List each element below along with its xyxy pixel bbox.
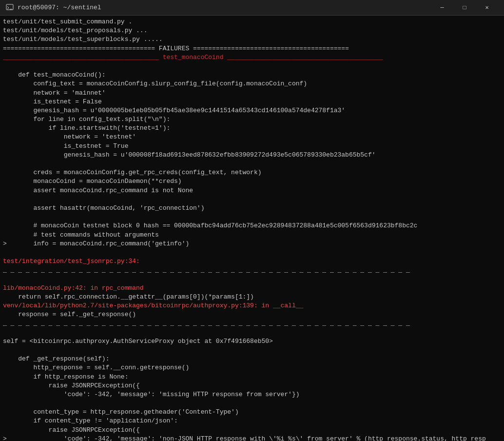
terminal-line: venv/local/lib/python2.7/site-packages/b…	[3, 301, 501, 310]
terminal-line: def _get_response(self):	[3, 355, 501, 363]
terminal-line: test/integration/test_jsonrpc.py:34:	[3, 257, 501, 266]
terminal-line: raise JSONRPCException({	[3, 426, 501, 435]
terminal-line	[3, 62, 501, 71]
terminal-line: raise JSONRPCException({	[3, 381, 501, 390]
terminal-line: if content_type != 'application/json':	[3, 417, 501, 425]
window-controls: ─ □ ✕	[431, 0, 498, 16]
terminal-line	[3, 160, 501, 168]
terminal-line: is_testnet = False	[3, 98, 501, 106]
terminal-line: > info = monacoCoind.rpc_command('getinf…	[3, 240, 501, 248]
terminal-line: for line in config_text.split("\n"):	[3, 115, 501, 124]
maximize-button[interactable]: □	[453, 0, 476, 16]
title-bar: root@50097: ~/sentinel ─ □ ✕	[0, 0, 504, 16]
terminal-line	[3, 213, 501, 221]
terminal-line: assert monacoCoind.rpc_command is not No…	[3, 186, 501, 195]
terminal-line: creds = monacoCoinConfig.get_rpc_creds(c…	[3, 168, 501, 177]
close-button[interactable]: ✕	[476, 0, 498, 16]
terminal-line: genesis_hash = u'000008f18ad6913eed87863…	[3, 151, 501, 160]
terminal-line: ========================================…	[3, 44, 501, 53]
terminal-line: > 'code': -342, 'message': 'non-JSON HTT…	[3, 435, 501, 441]
terminal-line: http_response = self.__conn.getresponse(…	[3, 363, 501, 372]
terminal-output: test/unit/test_submit_command.py .test/u…	[0, 16, 504, 441]
terminal-line: network = 'mainnet'	[3, 89, 501, 98]
terminal-line: self = <bitcoinrpc.authproxy.AuthService…	[3, 337, 501, 346]
terminal-line: if line.startswith('testnet=1'):	[3, 124, 501, 133]
terminal-line	[3, 399, 501, 408]
terminal-line: test/unit/models/test_superblocks.py ...…	[3, 35, 501, 44]
terminal-line: genesis_hash = u'0000005be1eb05b05fb45ae…	[3, 106, 501, 115]
terminal-line: _ _ _ _ _ _ _ _ _ _ _ _ _ _ _ _ _ _ _ _ …	[3, 319, 501, 328]
terminal-line: network = 'testnet'	[3, 133, 501, 141]
terminal-line: assert hasattr(monacoCoind, 'rpc_connect…	[3, 204, 501, 213]
terminal-line	[3, 275, 501, 283]
terminal-line: response = self._get_response()	[3, 310, 501, 319]
terminal-line: is_testnet = True	[3, 142, 501, 151]
terminal-line: if http_response is None:	[3, 373, 501, 381]
terminal-line: 'code': -342, 'message': 'missing HTTP r…	[3, 390, 501, 399]
terminal-line	[3, 195, 501, 204]
terminal-icon	[6, 4, 14, 12]
terminal-line: monacoCoind = monacoCoinDaemon(**creds)	[3, 177, 501, 186]
minimize-button[interactable]: ─	[431, 0, 453, 16]
window-title: root@50097: ~/sentinel	[18, 4, 431, 11]
terminal-line	[3, 328, 501, 337]
terminal-line: test/unit/test_submit_command.py .	[3, 18, 501, 26]
terminal-line	[3, 346, 501, 355]
terminal-line: # monacoCoin testnet block 0 hash == 000…	[3, 221, 501, 230]
terminal-line: _ _ _ _ _ _ _ _ _ _ _ _ _ _ _ _ _ _ _ _ …	[3, 266, 501, 275]
terminal-line: lib/monacoCoind.py:42: in rpc_command	[3, 284, 501, 293]
terminal-line: ________________________________________…	[3, 53, 501, 62]
terminal-line: config_text = monacoCoinConfig.slurp_con…	[3, 80, 501, 88]
terminal-line: def test_monacoCoind():	[3, 71, 501, 80]
terminal-line: return self.rpc_connection.__getattr__(p…	[3, 293, 501, 301]
terminal-line: # test commands without arguments	[3, 231, 501, 240]
terminal-line	[3, 248, 501, 257]
terminal-line: content_type = http_response.getheader('…	[3, 408, 501, 417]
terminal-line: test/unit/models/test_proposals.py ...	[3, 26, 501, 35]
